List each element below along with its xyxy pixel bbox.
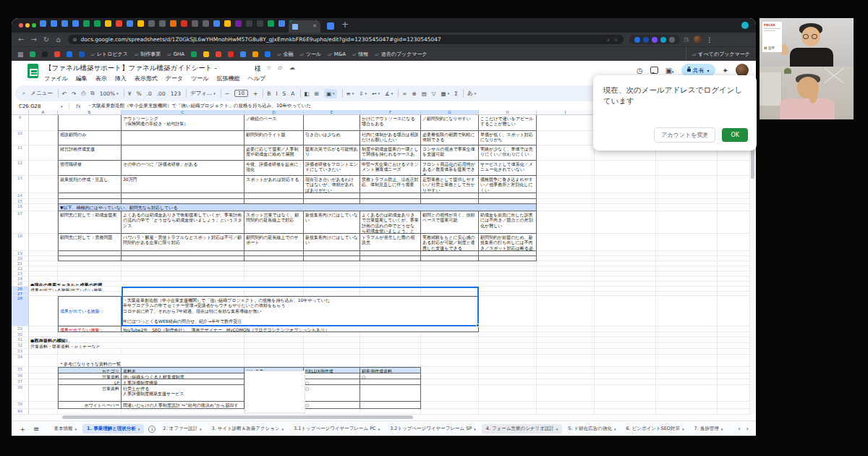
extension-icon[interactable] bbox=[652, 37, 658, 43]
pinned-tab[interactable] bbox=[235, 20, 242, 27]
cell-K12[interactable] bbox=[656, 161, 718, 176]
bookmark-icon[interactable] bbox=[191, 51, 197, 57]
scroll-tabs-left-icon[interactable]: ‹ bbox=[739, 426, 741, 432]
menu-item[interactable]: 挿入 bbox=[115, 75, 127, 83]
ok-button[interactable]: OK bbox=[722, 128, 748, 142]
cell-H20[interactable] bbox=[479, 256, 537, 261]
cell-H15[interactable] bbox=[479, 199, 537, 204]
cell-K39[interactable] bbox=[656, 402, 718, 409]
cell-J19[interactable] bbox=[595, 251, 656, 256]
sheet-tab[interactable]: 6. ピンポイントSEO対策▾ bbox=[621, 424, 688, 434]
cell-A13[interactable] bbox=[29, 176, 58, 193]
cell-G30[interactable] bbox=[421, 332, 479, 337]
pinned-tab[interactable] bbox=[83, 20, 90, 27]
cell-G11[interactable]: コンサルの視点で事業全体を支援可能 bbox=[421, 145, 479, 161]
column-header-C[interactable]: C bbox=[122, 110, 244, 115]
bookmark-icon[interactable] bbox=[240, 51, 246, 57]
cell-E18[interactable]: 新規集客向けにはしていない bbox=[304, 234, 360, 251]
cell-C28[interactable]: ・大阪産業創造館（中小企業支援機関）で「強い組織プロジェクト」の規格を持ち込み、… bbox=[122, 296, 479, 326]
cell-H13[interactable]: 価格競争に巻き込まれやすい／他事務所と差別化しにくい bbox=[479, 176, 537, 193]
toolbar-insert-link[interactable]: ∞ bbox=[402, 90, 407, 97]
toolbar-number-format[interactable]: 123 bbox=[171, 90, 181, 97]
cell-C36[interactable]: 強い組織をつくる人材育成制度 bbox=[122, 373, 244, 379]
row-header-11[interactable]: 11 bbox=[12, 145, 29, 161]
select-all-corner[interactable] bbox=[12, 110, 29, 115]
pinned-tab[interactable] bbox=[203, 20, 209, 27]
cell-F20[interactable] bbox=[360, 256, 421, 261]
cell-K21[interactable] bbox=[656, 261, 718, 266]
cell-A23[interactable] bbox=[29, 271, 58, 276]
close-tab-icon[interactable]: ✕ bbox=[312, 24, 317, 29]
cell-K37[interactable] bbox=[656, 379, 718, 385]
toolbar-text-wrap[interactable]: ↩▾ bbox=[372, 90, 380, 97]
row-header-36[interactable]: 36 bbox=[12, 373, 29, 379]
version-history-icon[interactable]: ◷ bbox=[637, 67, 643, 75]
cell-D31[interactable] bbox=[244, 337, 304, 343]
cell-J18[interactable] bbox=[595, 234, 656, 251]
cell-H17[interactable]: 助成金を前面に出した訴求には不向き／競合との差別化が難しい bbox=[479, 211, 537, 234]
cell-D21[interactable] bbox=[244, 261, 304, 266]
cell-H28[interactable] bbox=[479, 296, 537, 326]
cell-E36[interactable] bbox=[304, 373, 360, 379]
cell-F38[interactable] bbox=[360, 385, 421, 402]
cell-F40[interactable] bbox=[360, 409, 421, 415]
cell-I33[interactable] bbox=[537, 349, 595, 355]
sheet-tab[interactable]: 基本情報▾ bbox=[49, 424, 81, 434]
toolbar-currency[interactable]: ¥ bbox=[128, 90, 132, 97]
cell-E25[interactable] bbox=[304, 282, 360, 287]
cell-J16[interactable] bbox=[595, 204, 656, 211]
cell-A36[interactable] bbox=[29, 373, 58, 379]
cell-J35[interactable] bbox=[595, 367, 656, 373]
back-icon[interactable]: ← bbox=[18, 35, 24, 43]
toolbar-print[interactable]: ⎙ bbox=[81, 90, 85, 97]
cell-J15[interactable] bbox=[595, 199, 656, 204]
toolbar-undo[interactable]: ↶ bbox=[62, 90, 67, 97]
vertical-scrollbar[interactable] bbox=[749, 110, 756, 415]
cell-G38[interactable] bbox=[421, 385, 479, 402]
cell-K35[interactable] bbox=[656, 367, 718, 373]
cell-G35[interactable] bbox=[421, 367, 479, 373]
cell-C9[interactable]: アウトソーシング （保険関連の手続き・給与計算） bbox=[122, 115, 244, 131]
cell-F32[interactable] bbox=[360, 343, 421, 349]
cell-B37[interactable]: LP bbox=[58, 379, 122, 385]
cell-B23[interactable] bbox=[58, 271, 122, 276]
sheet-tab[interactable]: 4. フォーム営業のシナリオ設計▾ bbox=[482, 424, 563, 434]
row-header-18[interactable]: 18 bbox=[12, 234, 29, 251]
cell-F39[interactable] bbox=[360, 402, 421, 409]
row-header-26[interactable]: 26 bbox=[12, 287, 29, 292]
row-header-15[interactable]: 15 bbox=[12, 199, 29, 204]
cell-G32[interactable] bbox=[421, 343, 479, 349]
cell-H26[interactable] bbox=[479, 287, 537, 292]
browser-menu-icon[interactable]: ⋮ bbox=[706, 36, 712, 43]
toolbar-font-size-minus[interactable]: − bbox=[225, 90, 229, 97]
cell-G33[interactable] bbox=[421, 349, 479, 355]
cell-H37[interactable] bbox=[479, 379, 537, 385]
cell-J26[interactable] bbox=[595, 287, 656, 292]
row-header-25[interactable]: 25 bbox=[12, 282, 29, 287]
cell-J23[interactable] bbox=[595, 271, 656, 276]
address-bar[interactable]: ⊜ docs.google.com/spreadsheets/d/1Z0GkSJ… bbox=[68, 35, 624, 44]
cell-D11[interactable]: 必要に応じて提案／人事制度や助成金に絡めて展開 bbox=[244, 145, 304, 161]
cell-K25[interactable] bbox=[656, 282, 718, 287]
cell-G39[interactable] bbox=[421, 402, 479, 409]
cell-H31[interactable] bbox=[479, 337, 537, 343]
cell-K40[interactable] bbox=[656, 409, 718, 415]
cell-K36[interactable] bbox=[656, 373, 718, 379]
row-header-31[interactable]: 31 bbox=[12, 337, 29, 343]
toolbar-font-size[interactable]: 10 bbox=[234, 90, 248, 97]
cell-I40[interactable] bbox=[537, 409, 595, 415]
cell-A16[interactable] bbox=[29, 204, 58, 211]
cell-E24[interactable] bbox=[304, 276, 360, 282]
cell-H29[interactable] bbox=[479, 326, 537, 332]
cell-B33[interactable] bbox=[58, 349, 122, 355]
cell-H19[interactable] bbox=[479, 251, 537, 256]
extensions-puzzle-icon[interactable]: ◳ bbox=[684, 37, 689, 43]
pinned-tab[interactable] bbox=[246, 20, 252, 27]
cell-C40[interactable] bbox=[122, 409, 244, 415]
column-header-G[interactable]: G bbox=[421, 110, 479, 115]
toolbar-insert-chart[interactable]: ▤ bbox=[422, 90, 427, 97]
toolbar-increase-decimal[interactable]: .00 bbox=[157, 90, 166, 97]
cell-J34[interactable] bbox=[595, 355, 656, 367]
formula-input[interactable]: ・大阪産業創造館（中小企業支援機関）で「強い組織プロジェクト」の規格を持ち込み、… bbox=[87, 103, 311, 109]
pinned-tab[interactable] bbox=[127, 20, 133, 27]
